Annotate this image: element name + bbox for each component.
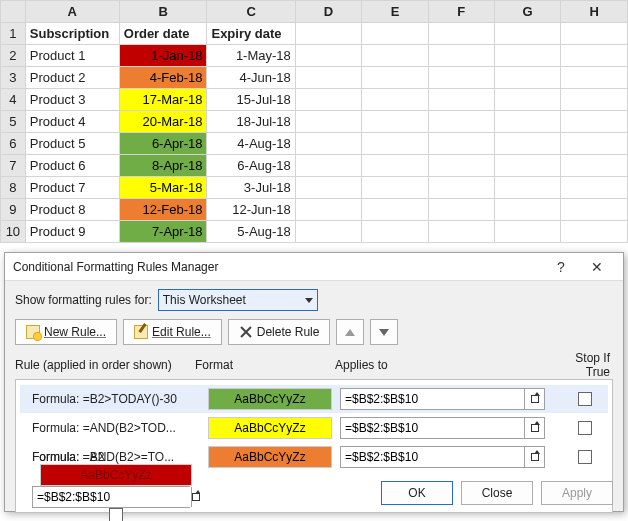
cell[interactable]: [428, 221, 494, 243]
cell[interactable]: [428, 155, 494, 177]
row-header[interactable]: 10: [1, 221, 26, 243]
cell[interactable]: [362, 177, 428, 199]
corner-cell[interactable]: [1, 1, 26, 23]
row-header[interactable]: 5: [1, 111, 26, 133]
move-down-button[interactable]: [370, 319, 398, 345]
cell[interactable]: 4-Feb-18: [119, 67, 207, 89]
column-header[interactable]: G: [494, 1, 561, 23]
cell[interactable]: [362, 45, 428, 67]
cell[interactable]: [561, 23, 628, 45]
cell[interactable]: [494, 221, 561, 243]
cell[interactable]: 1-May-18: [207, 45, 295, 67]
cell[interactable]: [295, 133, 361, 155]
cell[interactable]: 18-Jul-18: [207, 111, 295, 133]
cell[interactable]: Product 1: [25, 45, 119, 67]
row-header[interactable]: 1: [1, 23, 26, 45]
cell[interactable]: 20-Mar-18: [119, 111, 207, 133]
row-header[interactable]: 9: [1, 199, 26, 221]
cell[interactable]: [561, 89, 628, 111]
cell[interactable]: Subscription: [25, 23, 119, 45]
cell[interactable]: 1-Jan-18: [119, 45, 207, 67]
column-header[interactable]: F: [428, 1, 494, 23]
scope-select[interactable]: This Worksheet: [158, 289, 318, 311]
cell[interactable]: [362, 111, 428, 133]
cell[interactable]: 8-Apr-18: [119, 155, 207, 177]
applies-to-field[interactable]: [340, 446, 545, 468]
ok-button[interactable]: OK: [381, 481, 453, 505]
cell[interactable]: [295, 67, 361, 89]
cell[interactable]: [362, 89, 428, 111]
cell[interactable]: [295, 111, 361, 133]
move-up-button[interactable]: [336, 319, 364, 345]
cell[interactable]: [561, 177, 628, 199]
cell[interactable]: [494, 177, 561, 199]
cell[interactable]: [428, 67, 494, 89]
cell[interactable]: Product 2: [25, 67, 119, 89]
cell[interactable]: Product 6: [25, 155, 119, 177]
cell[interactable]: [295, 89, 361, 111]
cell[interactable]: Product 5: [25, 133, 119, 155]
applies-to-input[interactable]: [341, 418, 524, 438]
cell[interactable]: [428, 177, 494, 199]
applies-to-input[interactable]: [33, 487, 191, 507]
column-header[interactable]: E: [362, 1, 428, 23]
cell[interactable]: [494, 133, 561, 155]
row-header[interactable]: 4: [1, 89, 26, 111]
cell[interactable]: [428, 89, 494, 111]
cell[interactable]: [494, 23, 561, 45]
cell[interactable]: [428, 111, 494, 133]
applies-to-field[interactable]: [340, 417, 545, 439]
cell[interactable]: [295, 177, 361, 199]
cell[interactable]: Product 8: [25, 199, 119, 221]
range-picker-icon[interactable]: [524, 418, 544, 438]
cell[interactable]: [295, 23, 361, 45]
help-button[interactable]: ?: [543, 259, 579, 275]
stop-if-true-checkbox[interactable]: [578, 450, 592, 464]
cell[interactable]: Product 9: [25, 221, 119, 243]
column-header[interactable]: A: [25, 1, 119, 23]
cell[interactable]: [561, 221, 628, 243]
stop-if-true-checkbox[interactable]: [109, 508, 123, 521]
rule-row[interactable]: Formula: =B2>TODAY()-30AaBbCcYyZz: [20, 385, 608, 413]
apply-button[interactable]: Apply: [541, 481, 613, 505]
cell[interactable]: [428, 23, 494, 45]
cell[interactable]: Expiry date: [207, 23, 295, 45]
new-rule-button[interactable]: New Rule...: [15, 319, 117, 345]
spreadsheet-grid[interactable]: ABCDEFGH1SubscriptionOrder dateExpiry da…: [0, 0, 628, 243]
applies-to-field[interactable]: [340, 388, 545, 410]
cell[interactable]: [295, 199, 361, 221]
row-header[interactable]: 6: [1, 133, 26, 155]
cell[interactable]: [561, 45, 628, 67]
cell[interactable]: 6-Apr-18: [119, 133, 207, 155]
cell[interactable]: [494, 67, 561, 89]
cell[interactable]: 4-Jun-18: [207, 67, 295, 89]
row-header[interactable]: 2: [1, 45, 26, 67]
range-picker-icon[interactable]: [524, 447, 544, 467]
cell[interactable]: [295, 221, 361, 243]
cell[interactable]: 12-Feb-18: [119, 199, 207, 221]
applies-to-input[interactable]: [341, 447, 524, 467]
cell[interactable]: [561, 133, 628, 155]
cell[interactable]: [494, 89, 561, 111]
cell[interactable]: [362, 67, 428, 89]
cell[interactable]: [362, 133, 428, 155]
cell[interactable]: Order date: [119, 23, 207, 45]
cell[interactable]: Product 3: [25, 89, 119, 111]
cell[interactable]: 3-Jul-18: [207, 177, 295, 199]
cell[interactable]: [362, 199, 428, 221]
cell[interactable]: [494, 111, 561, 133]
rule-row[interactable]: Formula: =AND(B2>TOD...AaBbCcYyZz: [20, 414, 608, 442]
cell[interactable]: 12-Jun-18: [207, 199, 295, 221]
cell[interactable]: [494, 155, 561, 177]
row-header[interactable]: 3: [1, 67, 26, 89]
cell[interactable]: [561, 199, 628, 221]
row-header[interactable]: 8: [1, 177, 26, 199]
range-picker-icon[interactable]: [524, 389, 544, 409]
range-picker-icon[interactable]: [191, 487, 200, 507]
cell[interactable]: [494, 199, 561, 221]
column-header[interactable]: H: [561, 1, 628, 23]
column-header[interactable]: D: [295, 1, 361, 23]
row-header[interactable]: 7: [1, 155, 26, 177]
column-header[interactable]: B: [119, 1, 207, 23]
edit-rule-button[interactable]: Edit Rule...: [123, 319, 222, 345]
